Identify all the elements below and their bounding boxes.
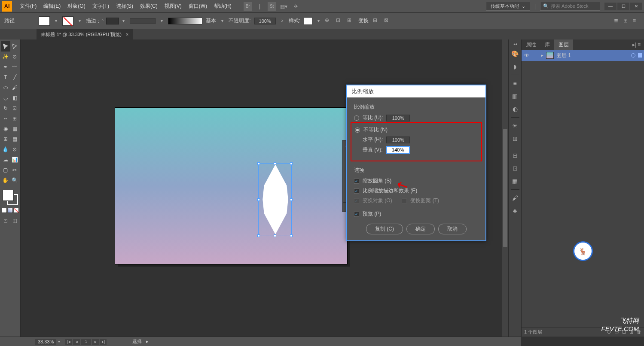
hand-tool[interactable]: ✋ [1,175,10,185]
visibility-icon[interactable]: 👁 [523,52,530,59]
arrange-icon[interactable]: ▦▾ [280,2,288,11]
properties-tab[interactable]: 属性 [522,39,540,50]
shaper-tool[interactable]: ◡ [1,93,10,103]
handle-br[interactable] [290,234,293,237]
color-mode[interactable] [2,208,7,213]
type-tool[interactable]: T [1,72,10,82]
copy-button[interactable]: 复制 (C) [366,224,403,234]
gradient-tool[interactable]: ▤ [10,134,20,144]
transparency-icon[interactable]: ◐ [510,103,521,115]
misc-icon[interactable]: ⊠ [384,17,391,24]
scroll-thumb[interactable] [503,129,507,248]
menu-file[interactable]: 文件(F) [16,0,40,13]
panel-opt1-icon[interactable]: ≣ [614,18,621,24]
screen-mode[interactable]: ⊡ [1,215,10,226]
close-button[interactable]: ✕ [630,3,642,10]
stroke-width-input[interactable] [106,18,119,24]
target-icon[interactable] [631,53,635,58]
menu-window[interactable]: 窗口(W) [185,0,211,13]
line-tool[interactable]: ╱ [10,72,20,82]
vertical-scrollbar[interactable] [502,39,508,337]
stock-icon[interactable]: St [268,2,276,11]
scale-corners-check[interactable] [354,179,359,184]
canvas[interactable]: 器▸▸ ▾≡ 扩展 ⊡⊟ 比例缩放 比例缩放 等比 (U): 不等比 (N) 水… [21,39,508,337]
expand-icon[interactable]: ▸ [541,53,543,58]
ok-button[interactable]: 确定 [406,224,435,234]
slice-tool[interactable]: ✂ [10,165,20,175]
width-tool[interactable]: ↔ [1,113,10,124]
eyedropper-tool[interactable]: 💧 [1,144,10,155]
layers-tab[interactable]: 图层 [554,39,573,50]
handle-ml[interactable] [257,198,260,201]
free-transform-tool[interactable]: ⊞ [10,113,20,124]
scale-tool[interactable]: ⊡ [10,103,20,113]
transform-panel-icon[interactable]: ⊡ [510,163,521,174]
artboard-number[interactable]: 1 [81,339,91,345]
handle-bm[interactable] [274,234,276,237]
panel-menu-icon[interactable]: ▸| ≡ [629,42,644,48]
recolor-icon[interactable]: ⊕ [325,17,332,24]
pathfinder-icon[interactable]: ▦ [510,176,521,187]
pen-tool[interactable]: ✒ [1,62,10,72]
menu-select[interactable]: 选择(S) [113,0,137,13]
close-tab-icon[interactable]: × [126,32,128,37]
preview-check[interactable] [354,212,359,217]
layer-name[interactable]: 图层 1 [556,52,571,59]
magic-wand-tool[interactable]: ✨ [1,52,10,62]
gradient-mode[interactable] [8,208,13,213]
uniform-input[interactable] [386,115,410,121]
graph-tool[interactable]: 📊 [10,155,20,165]
panel-opt2-icon[interactable]: ⊞ [623,18,630,24]
gradient-panel-icon[interactable]: ▥ [510,91,521,102]
menu-effect[interactable]: 效果(C) [137,0,161,13]
panel-menu-icon[interactable]: ≡ [633,18,640,24]
handle-tm[interactable] [274,162,276,165]
handle-tr[interactable] [290,162,293,165]
curvature-tool[interactable]: 〰 [10,62,20,72]
minimize-button[interactable]: — [604,3,617,10]
menu-edit[interactable]: 编辑(E) [40,0,64,13]
layer-row[interactable]: 👁 ▸ 图层 1 [522,50,644,61]
shape-builder-tool[interactable]: ◉ [1,124,10,134]
opacity-input[interactable] [254,18,276,24]
first-artboard-icon[interactable]: |◂ [65,339,72,345]
perspective-tool[interactable]: ▦ [10,124,20,134]
prev-artboard-icon[interactable]: ◂ [73,339,80,345]
rectangle-tool[interactable]: ⬭ [1,82,10,93]
horizontal-input[interactable] [386,137,410,143]
blend-tool[interactable]: ⊙ [10,144,20,155]
appearance-icon[interactable]: ☀ [510,120,521,131]
vertical-input[interactable] [386,146,410,154]
handle-tl[interactable] [257,162,260,165]
nonuniform-radio[interactable] [355,127,360,133]
color-panel-icon[interactable]: 🎨 [510,48,521,59]
cancel-button[interactable]: 取消 [438,224,467,234]
graphic-styles-icon[interactable]: ⊞ [510,133,521,144]
transform-label[interactable]: 变换 [358,17,369,24]
stroke-swatch[interactable] [62,16,73,26]
zoom-tool[interactable]: 🔍 [10,175,20,185]
symbol-tool[interactable]: ☁ [1,155,10,165]
next-artboard-icon[interactable]: ▸ [92,339,99,345]
brushes-icon[interactable]: 🖌 [510,192,521,203]
gpu-icon[interactable]: ✈ [292,2,300,11]
menu-type[interactable]: 文字(T) [89,0,113,13]
maximize-button[interactable]: ☐ [617,3,629,10]
stroke-profile[interactable] [130,18,156,24]
artboard-tool[interactable]: ▢ [1,165,10,175]
isolate-icon[interactable]: ⊟ [373,17,380,24]
status-dropdown-icon[interactable]: ▸ [146,339,149,344]
scale-strokes-check[interactable] [354,188,359,194]
rotate-tool[interactable]: ↻ [1,103,10,113]
menu-help[interactable]: 帮助(H) [211,0,235,13]
stock-search[interactable]: 🔍 搜索 Adobe Stock [540,2,600,11]
brush-def[interactable] [168,18,202,24]
menu-object[interactable]: 对象(O) [64,0,89,13]
color-guide-icon[interactable]: ◗ [510,61,521,72]
libraries-tab[interactable]: 库 [540,39,554,50]
document-tab[interactable]: 未标题-1* @ 33.33% (RGB/GPU 预览) × [37,29,133,39]
draw-mode[interactable]: ◫ [10,215,20,226]
workspace-switcher[interactable]: 传统基本功能⌄ [486,2,530,11]
handle-bl[interactable] [257,234,260,237]
handle-mr[interactable] [290,198,293,201]
